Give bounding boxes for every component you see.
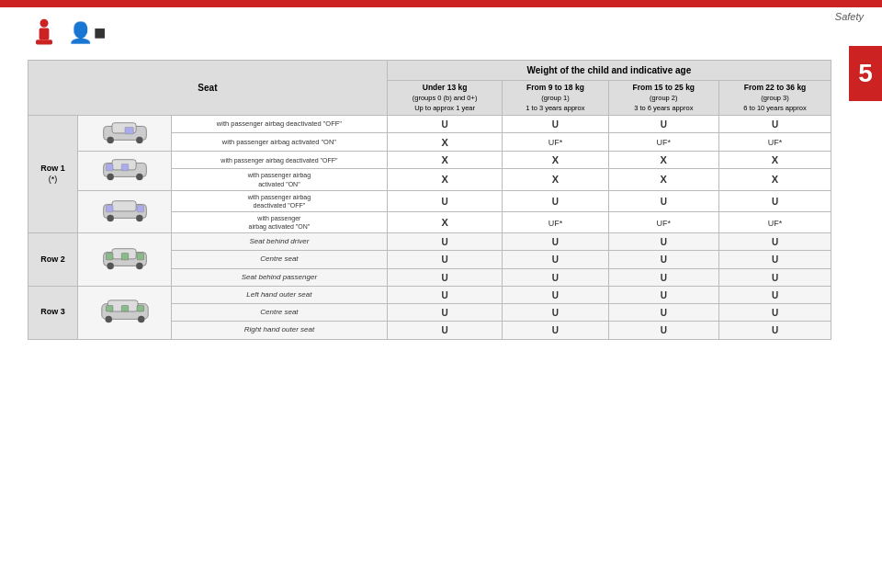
airbag-on-label-bench-c: with passenger airbagactivated "ON" [172,169,388,190]
sym-r1-bo-off-c2: U [503,190,608,211]
sym-r2-bd-c4: U [719,232,831,250]
svg-point-11 [136,174,142,180]
car-svg-individual [98,119,152,145]
sym-r3-r-c3: U [608,322,719,339]
sym-r3-l-c4: U [719,286,831,303]
sym-r1-ind-off-c4: U [719,116,831,133]
car-svg-bench-outer [98,198,152,223]
svg-rect-19 [137,205,143,211]
col2-header: From 9 to 18 kg (group 1)1 to 3 years ap… [503,81,608,116]
safety-label: Safety [835,11,864,22]
sym-r2-c-c1: U [387,251,503,268]
sym-r1-ind-on-c4: UF* [719,133,831,152]
sym-r1-ind-off-c2: U [503,116,608,133]
car-svg-bench-centre [98,156,152,182]
table-container: Seat Weight of the child and indicative … [28,60,831,570]
table-row: Row 2 Seat behind driver U U U [28,232,831,250]
svg-rect-31 [106,305,112,311]
rear2-label: Row 2 [28,232,78,286]
car-image-bench-centre [78,152,172,190]
sym-r2-bp-c1: U [387,268,503,286]
table-row: Row 3 Left hand outer seat U U U [28,286,831,303]
airbag-off-label-bench-o: with passenger airbagdeactivated "OFF" [172,190,388,211]
svg-point-23 [136,263,142,269]
sym-r1-bo-on-c3: UF* [608,211,719,232]
sym-r1-bc-off-c1: X [387,152,503,169]
sym-r3-r-c4: U [719,322,831,339]
sym-r1-bo-on-c1: X [387,211,503,232]
svg-point-10 [107,174,113,180]
sym-r2-c-c2: U [503,251,608,268]
svg-rect-24 [106,253,112,259]
sym-r2-bp-c4: U [719,268,831,286]
svg-point-29 [105,315,111,322]
svg-rect-15 [112,200,136,210]
svg-rect-7 [125,127,133,133]
car-image-individual [78,116,172,152]
svg-rect-13 [121,164,128,171]
sym-r2-c-c3: U [608,251,719,268]
svg-point-22 [107,263,113,269]
svg-rect-1 [40,28,50,40]
svg-point-6 [136,136,142,142]
page-title-area: 👤■ [28,17,107,50]
sym-r3-l-c1: U [387,286,503,303]
sym-r1-bo-off-c3: U [608,190,719,211]
sym-r1-bc-off-c3: X [608,152,719,169]
svg-rect-2 [36,40,52,44]
sym-r1-bc-on-c1: X [387,169,503,190]
table-row: with passenger airbag deactivated "OFF" … [28,152,831,169]
sym-r1-ind-on-c2: UF* [503,133,608,152]
sym-r3-l-c2: U [503,286,608,303]
car-image-rear3 [78,286,172,339]
centre-seat-label-r3: Centre seat [172,304,388,322]
col3-header: From 15 to 25 kg (group 2)3 to 6 years a… [608,81,719,116]
table-row: Row 1(*) with passenger airbag deactivat… [28,116,831,133]
centre-seat-label-r2: Centre seat [172,251,388,268]
right-outer-label: Right hand outer seat [172,322,388,339]
svg-point-5 [107,136,113,142]
top-bar [0,0,882,7]
sym-r1-bo-on-c2: UF* [503,211,608,232]
seat-header: Seat [28,61,388,116]
car-svg-rear2 [98,245,152,271]
rear3-label: Row 3 [28,286,78,339]
sym-r1-ind-off-c1: U [387,116,503,133]
sym-r1-ind-on-c1: X [387,133,503,152]
chapter-badge: 5 [849,46,882,101]
seat-behind-driver-label: Seat behind driver [172,232,388,250]
svg-rect-18 [106,205,112,211]
sym-r3-r-c2: U [503,322,608,339]
svg-rect-26 [137,253,143,259]
seat-behind-passenger-label: Seat behind passenger [172,268,388,286]
table-row: with passenger airbagdeactivated "OFF" U… [28,190,831,211]
sym-r3-c-c4: U [719,304,831,322]
sym-r2-c-c4: U [719,251,831,268]
sym-r1-bc-on-c4: X [719,169,831,190]
sym-r3-l-c3: U [608,286,719,303]
airbag-off-label-1: with passenger airbag deactivated "OFF" [172,116,388,133]
rear1-label: Row 1(*) [28,116,78,233]
car-image-bench-outer [78,190,172,232]
col1-header: Under 13 kg (groups 0 (b) and 0+)Up to a… [387,81,503,116]
svg-rect-25 [121,253,128,259]
sym-r2-bp-c3: U [608,268,719,286]
child-seat-icon [28,17,61,50]
car-image-rear2 [78,232,172,286]
sym-r1-ind-off-c3: U [608,116,719,133]
airbag-on-label-bench-o: with passengerairbag activated "ON" [172,211,388,232]
airbag-on-label-1: with passenger airbag activated "ON" [172,133,388,152]
sym-r3-c-c3: U [608,304,719,322]
sym-r2-bp-c2: U [503,268,608,286]
sym-r1-bc-on-c3: X [608,169,719,190]
svg-rect-12 [106,164,112,171]
sym-r1-bc-on-c2: X [503,169,608,190]
sym-r3-c-c1: U [387,304,503,322]
sym-r1-ind-on-c3: UF* [608,133,719,152]
sym-r1-bo-on-c4: UF* [719,211,831,232]
col4-header: From 22 to 36 kg (group 3)6 to 10 years … [719,81,831,116]
sym-r1-bo-off-c1: U [387,190,503,211]
weight-header: Weight of the child and indicative age [387,61,831,81]
svg-rect-33 [137,305,143,311]
svg-point-16 [107,214,113,220]
